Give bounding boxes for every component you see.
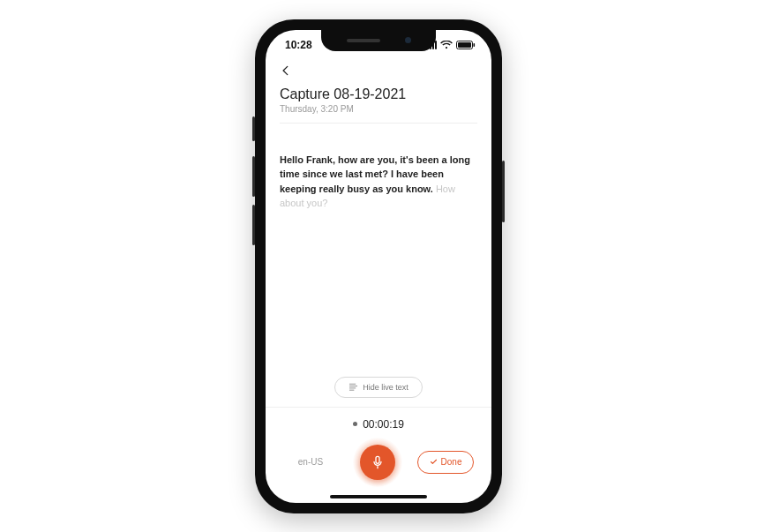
- header-divider: [280, 123, 477, 124]
- wifi-icon: [440, 41, 453, 49]
- svg-rect-2: [474, 43, 476, 47]
- hide-live-text-label: Hide live text: [363, 383, 408, 392]
- text-lines-icon: [349, 382, 358, 392]
- capture-header: Capture 08-19-2021 Thursday, 3:20 PM: [266, 60, 491, 132]
- side-button: [252, 116, 255, 141]
- power-button: [502, 161, 505, 222]
- hide-live-text-button[interactable]: Hide live text: [334, 377, 423, 398]
- bottom-controls: Hide live text 00:00:19 en-US: [266, 371, 491, 503]
- speaker: [347, 39, 380, 42]
- microphone-icon: [371, 455, 385, 469]
- done-label: Done: [441, 457, 462, 467]
- recording-dot-icon: [353, 422, 357, 426]
- volume-down-button: [252, 205, 255, 245]
- home-indicator[interactable]: [330, 495, 427, 498]
- phone-screen: 10:28 Capture 08-19-2021 Thursday, 3:20 …: [266, 30, 491, 503]
- transcript-area: Hello Frank, how are you, it's been a lo…: [266, 132, 491, 371]
- capture-subtitle: Thursday, 3:20 PM: [280, 104, 477, 114]
- language-indicator[interactable]: en-US: [283, 457, 338, 467]
- volume-up-button: [252, 156, 255, 197]
- back-button[interactable]: [280, 62, 292, 79]
- timer-value: 00:00:19: [363, 418, 404, 431]
- phone-frame: 10:28 Capture 08-19-2021 Thursday, 3:20 …: [255, 19, 502, 513]
- check-icon: [430, 458, 438, 466]
- chevron-left-icon: [280, 64, 292, 77]
- status-time: 10:28: [285, 39, 312, 51]
- battery-icon: [456, 41, 476, 49]
- transcript-text: Hello Frank, how are you, it's been a lo…: [280, 153, 474, 211]
- capture-title: Capture 08-19-2021: [280, 86, 477, 102]
- done-button[interactable]: Done: [417, 451, 474, 474]
- svg-rect-1: [458, 42, 471, 48]
- controls-divider: [266, 407, 491, 408]
- record-button[interactable]: [353, 438, 402, 487]
- notch: [321, 30, 436, 51]
- front-camera: [405, 37, 411, 43]
- recording-timer: 00:00:19: [266, 418, 491, 431]
